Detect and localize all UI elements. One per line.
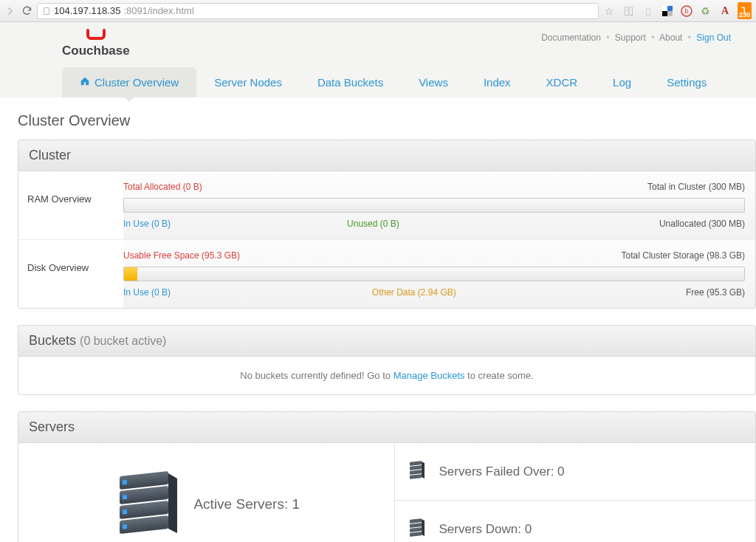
svg-rect-10 [123, 495, 127, 500]
servers-down-value: 0 [525, 522, 532, 536]
page-title: Cluster Overview [0, 97, 756, 140]
tab-cluster-overview[interactable]: Cluster Overview [62, 67, 196, 97]
ram-overview-row: RAM Overview Total Allocated (0 B) Total… [18, 171, 755, 240]
chrome-extensions: ☆ ⚿ ▯ b ♻ A ╮230 [603, 2, 752, 19]
svg-rect-18 [410, 470, 422, 475]
recycle-icon[interactable]: ♻ [699, 4, 712, 18]
servers-failed-over-row: Servers Failed Over: 0 [395, 443, 756, 501]
servers-failed-over-text: Servers Failed Over: 0 [439, 464, 565, 479]
svg-rect-0 [44, 7, 49, 14]
ram-unallocated: Unallocated (300 MB) [659, 219, 745, 229]
panel-servers-header: Servers [18, 412, 755, 443]
home-icon [80, 76, 90, 89]
disk-overview-row: Disk Overview Usable Free Space (95.3 GB… [18, 240, 755, 308]
link-documentation[interactable]: Documentation [541, 32, 601, 43]
server-small-icon [408, 459, 426, 484]
ram-overview-label: RAM Overview [18, 171, 123, 239]
url-path: :8091/index.html [123, 5, 193, 16]
svg-marker-15 [168, 473, 177, 533]
servers-failed-value: 0 [557, 464, 564, 478]
ram-total-in-cluster: Total in Cluster (300 MB) [647, 182, 745, 192]
delicious-icon[interactable] [661, 4, 674, 18]
disk-overview-label: Disk Overview [18, 240, 123, 308]
brand-text: Couchbase [62, 44, 130, 58]
tab-data-buckets[interactable]: Data Buckets [300, 67, 401, 97]
tab-label: Index [484, 76, 511, 89]
page-header: Couchbase Documentation • Support • Abou… [0, 22, 756, 58]
tab-label: Cluster Overview [94, 76, 179, 89]
tab-xdcr[interactable]: XDCR [529, 67, 596, 97]
tab-label: Log [613, 76, 631, 89]
forward-icon[interactable] [4, 5, 16, 17]
svg-rect-4 [667, 11, 673, 16]
buckets-heading-sub: (0 bucket active) [80, 335, 166, 347]
tab-settings[interactable]: Settings [649, 67, 724, 97]
svg-rect-22 [410, 523, 422, 528]
svg-rect-8 [123, 480, 127, 485]
servers-failed-label: Servers Failed Over: [439, 464, 558, 478]
tab-index[interactable]: Index [466, 67, 529, 97]
svg-rect-21 [410, 518, 422, 524]
disk-usage-bar [123, 267, 745, 281]
tab-label: Views [419, 76, 448, 89]
buckets-msg-pre: No buckets currently defined! Go to [240, 370, 393, 381]
active-servers-text: Active Servers: 1 [193, 496, 300, 512]
circle-b-icon[interactable]: b [680, 4, 693, 18]
rss-badge-icon[interactable]: ╮230 [738, 2, 752, 19]
disk-free: Free (95.3 GB) [686, 287, 745, 298]
tab-label: Data Buckets [317, 76, 383, 89]
link-about[interactable]: About [659, 32, 682, 43]
ram-total-allocated: Total Allocated (0 B) [123, 182, 202, 192]
svg-rect-1 [662, 6, 667, 11]
star-icon[interactable]: ☆ [603, 4, 616, 18]
server-small-icon [408, 517, 426, 541]
logo-icon [85, 28, 107, 44]
main-nav: Cluster Overview Server Nodes Data Bucke… [0, 58, 756, 97]
svg-rect-16 [410, 461, 422, 466]
address-bar[interactable]: 104.197.118.35:8091/index.html [37, 3, 599, 19]
ram-in-use: In Use (0 B) [123, 219, 171, 229]
servers-down-text: Servers Down: 0 [439, 522, 532, 537]
buckets-empty-message: No buckets currently defined! Go to Mana… [18, 357, 755, 394]
browser-toolbar: 104.197.118.35:8091/index.html ☆ ⚿ ▯ b ♻… [0, 0, 756, 22]
link-support[interactable]: Support [615, 32, 646, 43]
link-sign-out[interactable]: Sign Out [696, 32, 731, 43]
disk-other-data-fill [124, 267, 137, 281]
url-host: 104.197.118.35 [54, 5, 120, 16]
letter-a-icon[interactable]: A [718, 4, 732, 18]
buckets-msg-post: to create some. [465, 370, 534, 381]
active-servers-label: Active Servers: [193, 496, 292, 512]
reload-icon[interactable] [21, 5, 32, 17]
tab-label: XDCR [546, 76, 578, 89]
svg-rect-14 [123, 524, 127, 529]
servers-down-label: Servers Down: [439, 522, 525, 536]
svg-rect-19 [410, 474, 422, 479]
key-icon[interactable]: ⚿ [622, 4, 636, 18]
svg-rect-23 [410, 527, 422, 532]
panel-cluster: Cluster RAM Overview Total Allocated (0 … [18, 140, 756, 309]
active-servers-block: Active Servers: 1 [18, 443, 394, 542]
disk-other-data: Other Data (2.94 GB) [372, 287, 456, 298]
disk-usable-free: Usable Free Space (95.3 GB) [123, 250, 240, 261]
divider-icon: ▯ [642, 4, 655, 18]
svg-rect-12 [123, 510, 127, 515]
buckets-heading: Buckets [29, 333, 76, 348]
manage-buckets-link[interactable]: Manage Buckets [394, 370, 465, 381]
svg-rect-17 [410, 465, 422, 470]
svg-marker-25 [422, 519, 425, 536]
server-large-icon [112, 464, 180, 542]
tab-log[interactable]: Log [595, 67, 649, 97]
active-servers-value: 1 [292, 496, 300, 512]
svg-rect-2 [667, 6, 673, 11]
svg-text:b: b [684, 7, 688, 15]
svg-marker-20 [422, 462, 425, 478]
tab-server-nodes[interactable]: Server Nodes [196, 67, 300, 97]
brand-logo[interactable]: Couchbase [62, 28, 130, 58]
servers-down-row: Servers Down: 0 [395, 501, 756, 542]
utility-links: Documentation • Support • About • Sign O… [541, 28, 731, 43]
panel-buckets-header: Buckets (0 bucket active) [18, 326, 755, 357]
tab-views[interactable]: Views [401, 67, 466, 97]
panel-buckets: Buckets (0 bucket active) No buckets cur… [18, 325, 756, 395]
disk-total-storage: Total Cluster Storage (98.3 GB) [622, 250, 745, 261]
svg-rect-3 [662, 11, 667, 16]
